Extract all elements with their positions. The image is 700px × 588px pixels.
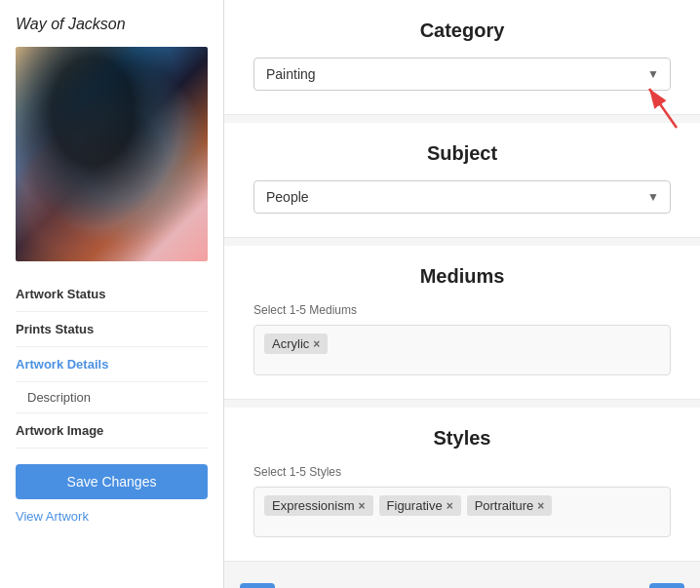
sidebar-item-artwork-status[interactable]: Artwork Status [16, 277, 208, 312]
subject-select-wrapper: People Abstract Landscape Still Life Ani… [253, 180, 671, 214]
artwork-title: Way of Jackson [16, 16, 208, 33]
pagination: ‹ › [224, 569, 700, 588]
styles-title: Styles [253, 427, 671, 450]
subject-title: Subject [253, 142, 671, 165]
style-tag-label: Figurative [387, 498, 443, 513]
sidebar-navigation: Artwork Status Prints Status Artwork Det… [16, 277, 208, 449]
sidebar-item-artwork-details[interactable]: Artwork Details [16, 347, 208, 382]
artwork-thumbnail [16, 47, 208, 261]
category-select[interactable]: Painting Drawing Photography Sculpture D… [253, 58, 671, 91]
view-artwork-link[interactable]: View Artwork [16, 509, 208, 524]
save-changes-button[interactable]: Save Changes [16, 464, 208, 499]
medium-tag-label: Acrylic [272, 336, 309, 351]
style-tag-figurative: Figurative × [379, 495, 461, 516]
style-tag-label: Expressionism [272, 498, 355, 513]
style-tag-expressionism: Expressionism × [264, 495, 373, 516]
subject-select[interactable]: People Abstract Landscape Still Life Ani… [253, 180, 671, 214]
pagination-prev-button[interactable]: ‹ [240, 583, 275, 588]
pagination-next-button[interactable]: › [649, 583, 684, 588]
styles-section: Styles Select 1-5 Styles Expressionism ×… [224, 408, 700, 562]
category-section: Category Painting Drawing Photography Sc… [224, 0, 700, 115]
style-tag-remove-portraiture[interactable]: × [537, 499, 544, 513]
sidebar-item-artwork-image[interactable]: Artwork Image [16, 413, 208, 449]
mediums-section: Mediums Select 1-5 Mediums Acrylic × [224, 246, 700, 400]
mediums-tags-container[interactable]: Acrylic × [253, 325, 671, 375]
sidebar: Way of Jackson Artwork Status Prints Sta… [0, 0, 224, 588]
style-tag-remove-expressionism[interactable]: × [359, 499, 366, 513]
style-tag-remove-figurative[interactable]: × [447, 499, 453, 513]
svg-line-1 [649, 89, 677, 128]
sidebar-item-description[interactable]: Description [16, 382, 208, 413]
medium-tag-acrylic: Acrylic × [264, 333, 328, 354]
style-tag-portraiture: Portraiture × [467, 495, 553, 516]
style-tag-label: Portraiture [475, 498, 534, 513]
main-content: Category Painting Drawing Photography Sc… [224, 0, 700, 588]
subject-section: Subject People Abstract Landscape Still … [224, 123, 700, 238]
styles-sublabel: Select 1-5 Styles [253, 465, 671, 479]
mediums-title: Mediums [253, 265, 671, 288]
sidebar-item-prints-status[interactable]: Prints Status [16, 312, 208, 347]
category-select-wrapper: Painting Drawing Photography Sculpture D… [253, 58, 671, 91]
mediums-sublabel: Select 1-5 Mediums [253, 303, 671, 317]
category-title: Category [253, 20, 671, 42]
medium-tag-remove-acrylic[interactable]: × [313, 337, 320, 351]
styles-tags-container[interactable]: Expressionism × Figurative × Portraiture… [253, 487, 671, 537]
